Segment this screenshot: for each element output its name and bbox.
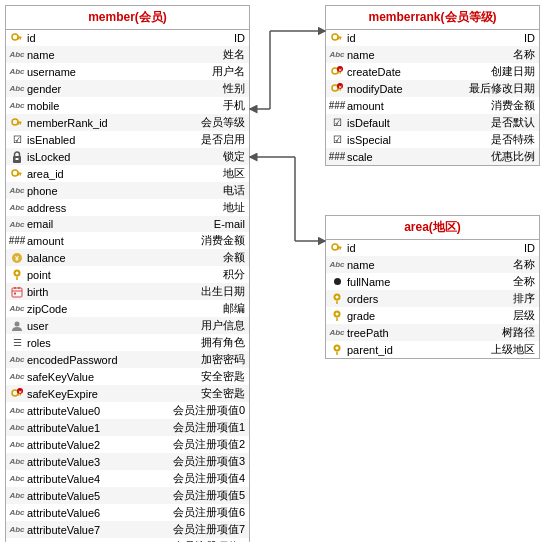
checkbox-icon: ☑ xyxy=(330,116,344,130)
row-label: 最后修改日期 xyxy=(469,81,535,96)
abc-icon: Abc xyxy=(330,326,344,340)
row-field: isSpecial xyxy=(347,134,491,146)
row-label: 性别 xyxy=(223,81,245,96)
row-field: user xyxy=(27,320,201,332)
row-field: roles xyxy=(27,337,201,349)
row-field: gender xyxy=(27,83,223,95)
table-row: ### amount 消费金额 xyxy=(326,97,539,114)
svg-rect-34 xyxy=(338,38,340,40)
row-field: point xyxy=(27,269,223,281)
row-field: attributeValue7 xyxy=(27,524,173,536)
table-row: Abc attributeValue3 会员注册项值3 xyxy=(6,453,249,470)
abc-icon: Abc xyxy=(10,201,24,215)
abc-icon: Abc xyxy=(10,184,24,198)
abc-icon: Abc xyxy=(10,455,24,469)
pin-icon xyxy=(330,309,344,323)
svg-rect-49 xyxy=(340,248,342,250)
dot-icon xyxy=(330,275,344,289)
row-icon-wrapper: ✕ xyxy=(10,387,24,401)
row-field: isEnabled xyxy=(27,134,201,146)
svg-rect-50 xyxy=(338,248,340,250)
row-icon-wrapper: Abc xyxy=(10,455,24,469)
table-row: memberRank_id 会员等级 xyxy=(6,114,249,131)
row-label: 会员注册项值1 xyxy=(173,420,245,435)
row-icon-wrapper: Abc xyxy=(10,201,24,215)
row-field: id xyxy=(27,32,234,44)
row-icon-wrapper xyxy=(330,309,344,323)
row-icon-wrapper xyxy=(330,292,344,306)
row-field: username xyxy=(27,66,212,78)
abc-icon: Abc xyxy=(10,506,24,520)
row-label: 上级地区 xyxy=(491,342,535,357)
row-icon-wrapper: Abc xyxy=(10,421,24,435)
table-row: point 积分 xyxy=(6,266,249,283)
abc-icon: Abc xyxy=(10,48,24,62)
table-row: id ID xyxy=(326,240,539,256)
row-icon-wrapper xyxy=(10,150,24,164)
row-icon-wrapper xyxy=(330,241,344,255)
row-label: 用户信息 xyxy=(201,318,245,333)
table-row: Abc name 姓名 xyxy=(6,46,249,63)
row-icon-wrapper: Abc xyxy=(10,404,24,418)
row-field: amount xyxy=(347,100,491,112)
row-icon-wrapper: ☑ xyxy=(330,116,344,130)
row-icon-wrapper: ✕ xyxy=(330,82,344,96)
table-row: ☰ roles 拥有角色 xyxy=(6,334,249,351)
svg-point-4 xyxy=(12,119,18,125)
row-icon-wrapper xyxy=(330,31,344,45)
abc-icon: Abc xyxy=(10,404,24,418)
row-icon-wrapper: Abc xyxy=(10,353,24,367)
lock-icon xyxy=(10,150,24,164)
table-row: Abc attributeValue5 会员注册项值5 xyxy=(6,487,249,504)
row-icon-wrapper: Abc xyxy=(10,184,24,198)
abc-icon: Abc xyxy=(10,523,24,537)
row-icon-wrapper: Abc xyxy=(10,523,24,537)
abc-icon: Abc xyxy=(330,48,344,62)
row-field: amount xyxy=(27,235,201,247)
row-icon-wrapper xyxy=(10,116,24,130)
table-row: orders 排序 xyxy=(326,290,539,307)
primary-key-icon xyxy=(330,241,344,255)
row-label: 出生日期 xyxy=(201,284,245,299)
row-field: fullName xyxy=(347,276,513,288)
abc-icon: Abc xyxy=(10,217,24,231)
svg-rect-19 xyxy=(12,288,22,297)
row-icon-wrapper: ### xyxy=(330,99,344,113)
row-label: 全称 xyxy=(513,274,535,289)
table-row: birth 出生日期 xyxy=(6,283,249,300)
row-label: 手机 xyxy=(223,98,245,113)
row-label: 创建日期 xyxy=(491,64,535,79)
memberrank-rows: id ID Abc name 名称 ✕ createDate 创建日期 xyxy=(326,30,539,165)
row-label: 层级 xyxy=(513,308,535,323)
row-field: balance xyxy=(27,252,223,264)
hash-icon: ### xyxy=(10,234,24,248)
row-icon-wrapper: Abc xyxy=(10,99,24,113)
table-row: Abc attributeValue8 会员注册项值8 xyxy=(6,538,249,542)
svg-rect-1 xyxy=(18,37,22,39)
key-error-icon: ✕ xyxy=(330,82,344,96)
abc-icon: Abc xyxy=(10,421,24,435)
row-label: 用户名 xyxy=(212,64,245,79)
row-label: 消费金额 xyxy=(491,98,535,113)
fk-key-icon xyxy=(10,116,24,130)
svg-point-55 xyxy=(336,312,339,315)
svg-point-52 xyxy=(336,295,339,298)
abc-icon: Abc xyxy=(10,370,24,384)
row-icon-wrapper xyxy=(10,167,24,181)
area-rows: id ID Abc name 名称 fullName 全称 orders 排序 xyxy=(326,240,539,358)
hash-icon: ### xyxy=(330,150,344,164)
row-label: 拥有角色 xyxy=(201,335,245,350)
row-label: 积分 xyxy=(223,267,245,282)
table-member-title: member(会员) xyxy=(6,6,249,30)
row-icon-wrapper: Abc xyxy=(330,326,344,340)
table-row: area_id 地区 xyxy=(6,165,249,182)
row-label: 是否特殊 xyxy=(491,132,535,147)
row-label: 地区 xyxy=(223,166,245,181)
row-field: attributeValue0 xyxy=(27,405,173,417)
table-area-title: area(地区) xyxy=(326,216,539,240)
row-icon-wrapper: Abc xyxy=(10,302,24,316)
row-label: 排序 xyxy=(513,291,535,306)
row-field: id xyxy=(347,242,524,254)
table-row: Abc attributeValue2 会员注册项值2 xyxy=(6,436,249,453)
table-row: id ID xyxy=(6,30,249,46)
